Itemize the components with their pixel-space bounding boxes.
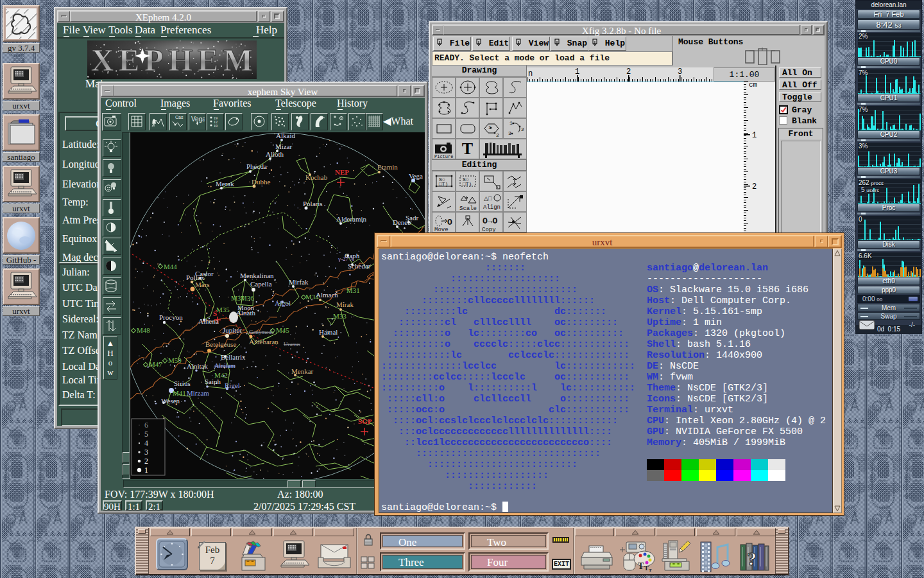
svg-text:Vega: Vega	[191, 116, 205, 123]
svg-text:6: 6	[144, 421, 148, 430]
svg-text:Alnitak: Alnitak	[187, 362, 208, 370]
svg-text:Bellatrix: Bellatrix	[221, 353, 246, 361]
svg-text:2: 2	[752, 182, 757, 191]
svg-text:Menkalinan: Menkalinan	[240, 272, 274, 279]
svg-text:3: 3	[508, 130, 511, 136]
svg-text:Alnath: Alnath	[236, 309, 255, 317]
svg-text:1: 1	[144, 466, 148, 475]
svg-text:Mars: Mars	[195, 281, 210, 288]
svg-text:Mirak: Mirak	[336, 301, 354, 308]
svg-text:Alnilam: Alnilam	[214, 362, 235, 369]
svg-text:M33: M33	[333, 312, 346, 320]
svg-text:Hamal: Hamal	[319, 328, 338, 336]
svg-text:Rigel: Rigel	[225, 381, 240, 389]
svg-text:Jupiter: Jupiter	[223, 326, 242, 334]
svg-text:Alioth: Alioth	[266, 150, 284, 158]
svg-text:5: 5	[144, 430, 148, 439]
svg-text:Uranus: Uranus	[284, 341, 300, 347]
svg-text:Aldebaran: Aldebaran	[249, 338, 278, 346]
svg-text:Vega: Vega	[409, 172, 423, 180]
svg-text:Alhena: Alhena	[198, 317, 219, 325]
svg-text:M41: M41	[173, 389, 186, 397]
svg-text:?: ?	[747, 548, 757, 569]
svg-text:M44: M44	[164, 263, 177, 270]
svg-text:NEP: NEP	[335, 168, 349, 176]
svg-text:2: 2	[626, 67, 631, 76]
svg-text:Scale: Scale	[459, 206, 477, 211]
svg-text:M47: M47	[149, 360, 162, 368]
svg-text:Dubhe: Dubhe	[252, 178, 270, 186]
svg-text:1: 1	[509, 120, 513, 126]
svg-text:T: T	[644, 565, 649, 572]
svg-text:Polaris: Polaris	[303, 200, 323, 207]
svg-text:T: T	[638, 561, 644, 571]
svg-text:Capella: Capella	[250, 280, 272, 288]
svg-text:Schedar: Schedar	[348, 262, 371, 270]
svg-text:M45: M45	[276, 326, 289, 334]
svg-text:O: O	[447, 218, 452, 227]
svg-text:SGP: SGP	[358, 417, 372, 425]
svg-text:Sirius: Sirius	[174, 380, 191, 387]
svg-text:Cas: Cas	[175, 115, 184, 119]
svg-text:Align: Align	[483, 204, 501, 211]
svg-text:2: 2	[144, 457, 148, 466]
svg-text:Mirzam: Mirzam	[187, 389, 209, 397]
svg-text:3: 3	[144, 448, 148, 457]
svg-text:cm: cm	[749, 82, 758, 89]
svg-text:10: 10	[214, 124, 218, 128]
svg-text:Sadr: Sadr	[406, 214, 419, 222]
svg-text:M36: M36	[241, 294, 254, 302]
svg-text:n: n	[528, 69, 533, 78]
svg-text:Kochab: Kochab	[305, 173, 328, 181]
svg-text:O→O: O→O	[483, 216, 498, 226]
svg-text:Algol: Algol	[275, 299, 291, 307]
svg-text:M31: M31	[346, 286, 360, 294]
svg-text:Menkar: Menkar	[291, 367, 314, 375]
svg-text:M50: M50	[168, 356, 182, 364]
svg-text:Mizar: Mizar	[275, 143, 293, 150]
svg-text:Betelgeuse: Betelgeuse	[205, 340, 236, 348]
svg-text:Saiph: Saiph	[205, 378, 221, 385]
svg-text:Picture: Picture	[434, 154, 453, 159]
svg-text:2: 2	[521, 127, 524, 132]
svg-text:Mirfak: Mirfak	[289, 278, 309, 286]
svg-text:△□: △□	[484, 196, 492, 202]
svg-text:γ-27 A: γ-27 A	[338, 256, 354, 262]
svg-text:Alderamin: Alderamin	[336, 215, 367, 223]
svg-text:□T): □T)	[439, 181, 448, 187]
svg-text:M35: M35	[216, 306, 230, 313]
svg-text:3: 3	[678, 67, 682, 76]
svg-text:1: 1	[575, 67, 579, 76]
svg-text:1: 1	[752, 131, 757, 140]
svg-text:M48: M48	[137, 326, 150, 334]
svg-text:Wesen: Wesen	[161, 397, 180, 405]
svg-text:Procyon: Procyon	[159, 313, 183, 321]
svg-text:Merak: Merak	[216, 180, 234, 188]
svg-text:Etamin: Etamin	[377, 163, 398, 171]
svg-text:4: 4	[144, 439, 148, 448]
svg-text:Move: Move	[434, 227, 449, 232]
svg-text:Almach: Almach	[316, 291, 338, 299]
svg-text:T: T	[649, 568, 652, 573]
svg-text:2: 2	[496, 132, 499, 138]
svg-text:Copy: Copy	[482, 227, 496, 232]
svg-text:Alkaid: Alkaid	[276, 132, 295, 139]
svg-text:Ganymede: Ganymede	[249, 329, 274, 335]
svg-text:Phecda: Phecda	[246, 162, 267, 170]
svg-text:□T): □T)	[463, 181, 472, 187]
svg-text:S: S	[213, 310, 217, 317]
